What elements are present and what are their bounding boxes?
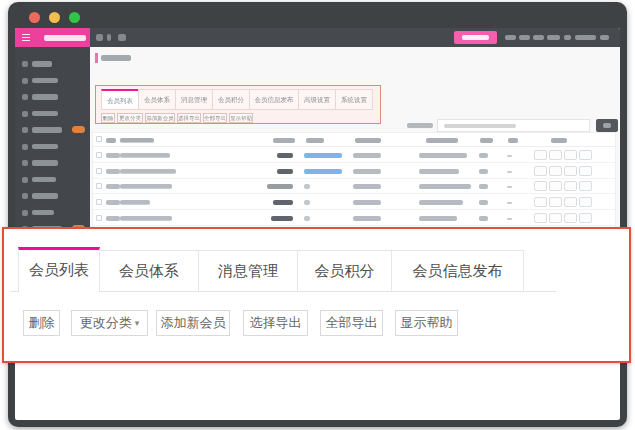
action-button-3[interactable]: 添加新会员	[156, 310, 230, 336]
cell-email-link[interactable]	[304, 169, 342, 174]
tab-5[interactable]: 会员信息发布	[391, 250, 524, 291]
small-tab-6[interactable]: 高级设置	[298, 89, 336, 110]
row-action-button-1[interactable]	[534, 181, 547, 191]
cell-name-link[interactable]	[120, 216, 172, 221]
row-action-button-2[interactable]	[549, 181, 562, 191]
topbar-icon-1[interactable]	[96, 34, 103, 41]
row-checkbox[interactable]	[96, 183, 102, 189]
sidebar-item-1[interactable]	[15, 60, 90, 72]
column-header-2[interactable]	[120, 138, 154, 143]
row-action-button-4[interactable]	[579, 213, 592, 223]
column-header-4[interactable]	[306, 138, 324, 143]
action-button-5[interactable]: 全部导出	[320, 310, 383, 336]
sidebar-item-7[interactable]	[15, 159, 90, 171]
action-button-2[interactable]: 更改分类▾	[71, 310, 148, 336]
cell-id	[106, 169, 120, 174]
cell-dash	[507, 155, 512, 157]
column-header-8[interactable]	[508, 138, 518, 143]
cell-date	[353, 216, 381, 221]
topbar-menu-item-2[interactable]	[519, 35, 530, 40]
small-action-button-3[interactable]: 添加新会员	[145, 113, 175, 123]
sidebar-item-4[interactable]	[15, 110, 90, 122]
tab-3[interactable]: 消息管理	[198, 250, 298, 291]
row-action-button-3[interactable]	[564, 181, 577, 191]
row-action-button-4[interactable]	[579, 150, 592, 160]
column-header-6[interactable]	[426, 138, 458, 143]
row-action-button-1[interactable]	[534, 150, 547, 160]
row-action-button-2[interactable]	[549, 197, 562, 207]
small-action-button-2[interactable]: 更改分类	[117, 113, 143, 123]
tab-2[interactable]: 会员体系	[99, 250, 199, 291]
row-action-button-4[interactable]	[579, 166, 592, 176]
cell-email-link[interactable]	[304, 153, 342, 158]
topbar-icon-2[interactable]	[107, 34, 111, 41]
small-action-button-4[interactable]: 选择导出	[177, 113, 201, 123]
small-tab-5[interactable]: 会员信息发布	[249, 89, 299, 110]
sidebar-item-8[interactable]	[15, 176, 90, 188]
topbar-menu-item-1[interactable]	[505, 35, 516, 40]
sidebar-item-icon	[22, 111, 28, 117]
sidebar-item-9[interactable]	[15, 192, 90, 204]
cell-name-link[interactable]	[120, 184, 172, 189]
topbar-primary-button[interactable]	[454, 31, 497, 44]
cell-value	[267, 184, 293, 189]
sidebar-item-5[interactable]	[15, 126, 90, 138]
search-button[interactable]	[596, 119, 618, 132]
row-action-button-1[interactable]	[534, 166, 547, 176]
cell-name-link[interactable]	[120, 169, 176, 174]
small-action-button-6[interactable]: 显示帮助	[229, 113, 253, 123]
topbar-menu-item-3[interactable]	[533, 35, 544, 40]
row-checkbox[interactable]	[96, 215, 102, 221]
cell-dash	[507, 186, 512, 188]
sidebar-item-2[interactable]	[15, 77, 90, 89]
action-button-6[interactable]: 显示帮助	[395, 310, 458, 336]
topbar-menu-item-5[interactable]	[564, 35, 571, 40]
row-action-button-2[interactable]	[549, 213, 562, 223]
small-tab-3[interactable]: 消息管理	[175, 89, 213, 110]
column-header-7[interactable]	[480, 138, 493, 143]
row-action-button-2[interactable]	[549, 166, 562, 176]
topbar-menu-item-6[interactable]	[575, 35, 596, 40]
action-button-1[interactable]: 删除	[23, 310, 60, 336]
row-action-button-1[interactable]	[534, 213, 547, 223]
row-checkbox[interactable]	[96, 168, 102, 174]
row-action-button-1[interactable]	[534, 197, 547, 207]
small-action-button-5[interactable]: 全部导出	[203, 113, 227, 123]
topbar-menu-item-7[interactable]	[600, 35, 609, 40]
row-action-button-4[interactable]	[579, 181, 592, 191]
row-action-button-2[interactable]	[549, 150, 562, 160]
sidebar-item-10[interactable]	[15, 209, 90, 221]
row-action-button-3[interactable]	[564, 166, 577, 176]
row-action-button-3[interactable]	[564, 150, 577, 160]
row-action-button-3[interactable]	[564, 197, 577, 207]
action-button-4[interactable]: 选择导出	[243, 310, 308, 336]
small-tab-4[interactable]: 会员积分	[212, 89, 250, 110]
window-zoom-button[interactable]	[69, 12, 80, 23]
small-tab-2[interactable]: 会员体系	[138, 89, 176, 110]
window-minimize-button[interactable]	[49, 12, 60, 23]
small-tab-7[interactable]: 系统设置	[335, 89, 373, 110]
sidebar-item-3[interactable]	[15, 93, 90, 105]
sidebar-item-icon	[22, 78, 28, 84]
sidebar-item-6[interactable]	[15, 143, 90, 155]
small-tab-1[interactable]: 会员列表	[101, 89, 139, 110]
row-checkbox[interactable]	[96, 199, 102, 205]
select-all-checkbox[interactable]	[96, 136, 102, 142]
small-action-button-1[interactable]: 删除	[101, 113, 115, 123]
column-header-9[interactable]	[551, 138, 567, 143]
row-checkbox[interactable]	[96, 152, 102, 158]
tab-4[interactable]: 会员积分	[297, 250, 392, 291]
tab-1[interactable]: 会员列表	[18, 247, 100, 292]
column-header-5[interactable]	[355, 138, 381, 143]
topbar-menu-item-4[interactable]	[547, 35, 560, 40]
cell-name-link[interactable]	[120, 200, 150, 205]
column-header-3[interactable]	[273, 138, 295, 143]
search-input[interactable]	[437, 119, 590, 132]
topbar-icon-3[interactable]	[118, 34, 126, 41]
app-logo[interactable]	[15, 28, 90, 47]
row-action-button-4[interactable]	[579, 197, 592, 207]
row-action-button-3[interactable]	[564, 213, 577, 223]
cell-name-link[interactable]	[120, 153, 170, 158]
column-header-1[interactable]	[106, 138, 116, 143]
window-close-button[interactable]	[29, 12, 40, 23]
